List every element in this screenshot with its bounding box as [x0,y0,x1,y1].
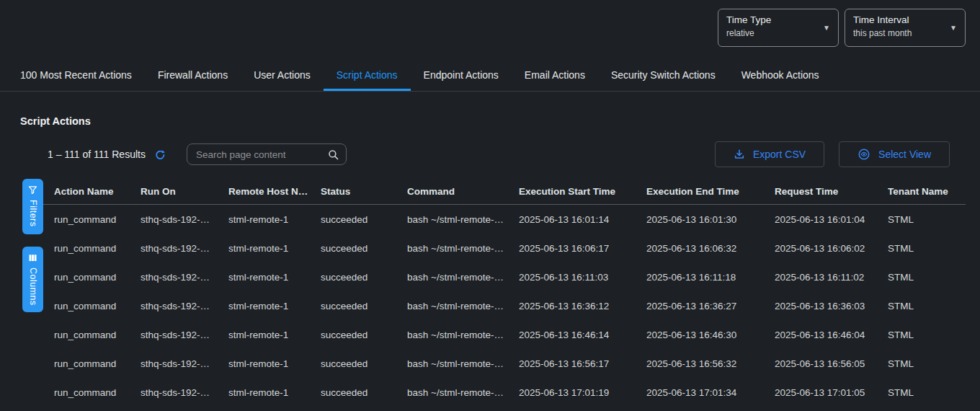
time-type-label: Time Type [726,14,819,25]
table-cell: sthq-sds-192-… [141,387,228,398]
column-header-command[interactable]: Command [407,186,519,197]
column-header-execution-start-time[interactable]: Execution Start Time [519,186,646,197]
table-cell: bash ~/stml-remote-… [407,301,519,311]
table-cell: run_command [54,330,141,340]
table-cell: run_command [54,387,141,398]
column-header-remote-host-n[interactable]: Remote Host N… [228,186,321,197]
table-cell: bash ~/stml-remote-… [407,387,519,398]
time-type-value: relative [726,28,819,38]
results-count: 1 – 111 of 111 Results [48,149,146,160]
eye-icon [858,148,870,161]
page-title: Script Actions [20,115,980,127]
table-cell: 2025-06-13 16:46:04 [775,330,888,340]
table-cell: 2025-06-13 16:06:32 [646,243,775,254]
column-header-tenant-name[interactable]: Tenant Name [888,186,966,197]
table-cell: 2025-06-13 17:01:19 [519,387,646,398]
table-row[interactable]: run_commandsthq-sds-192-…stml-remote-1su… [43,378,966,407]
time-interval-dropdown[interactable]: Time Interval this past month ▼ [845,9,966,47]
table-row[interactable]: run_commandsthq-sds-192-…stml-remote-1su… [43,320,966,349]
table-cell: succeeded [321,301,407,311]
table-cell: STML [888,214,966,225]
table-cell: 2025-06-13 16:36:12 [519,301,646,311]
columns-label: Columns [28,268,38,306]
table-cell: 2025-06-13 16:46:30 [646,330,775,340]
tab-webhook-actions[interactable]: Webhook Actions [729,61,832,91]
table-cell: 2025-06-13 16:06:17 [519,243,646,254]
table-cell: sthq-sds-192-… [141,272,228,283]
topbar: Time Type relative ▼ Time Interval this … [0,0,980,61]
refresh-button[interactable] [154,149,166,161]
table-cell: sthq-sds-192-… [141,243,228,254]
table-cell: 2025-06-13 16:01:30 [646,214,775,225]
table-cell: STML [888,387,966,398]
table-row[interactable]: run_commandsthq-sds-192-…stml-remote-1su… [43,205,966,234]
column-header-execution-end-time[interactable]: Execution End Time [646,186,775,197]
table-cell: run_command [54,272,141,283]
time-type-dropdown[interactable]: Time Type relative ▼ [718,9,839,47]
table-row[interactable]: run_commandsthq-sds-192-…stml-remote-1su… [43,262,966,291]
table-cell: 2025-06-13 16:56:05 [775,358,888,369]
refresh-icon [154,149,166,161]
table-cell: 2025-06-13 16:01:14 [519,214,646,225]
table-cell: succeeded [321,272,407,283]
table-cell: STML [888,301,966,311]
table-cell: STML [888,330,966,340]
table-row[interactable]: run_commandsthq-sds-192-…stml-remote-1su… [43,234,966,262]
table-header-row: Action NameRun OnRemote Host N…StatusCom… [43,179,966,205]
download-icon [734,149,745,160]
side-rail: Filters Columns [0,179,43,407]
columns-button[interactable]: Columns [22,247,43,313]
column-header-run-on[interactable]: Run On [141,186,228,197]
table-cell: 2025-06-13 16:01:04 [775,214,888,225]
table-cell: 2025-06-13 16:11:03 [519,272,646,283]
tab-firewall-actions[interactable]: Firewall Actions [145,61,241,91]
export-csv-button[interactable]: Export CSV [715,141,824,167]
table-cell: 2025-06-13 16:36:27 [646,301,775,311]
table-cell: bash ~/stml-remote-… [407,214,519,225]
column-header-status[interactable]: Status [321,186,407,197]
table-cell: stml-remote-1 [228,330,321,340]
table-cell: run_command [54,358,141,369]
select-view-button[interactable]: Select View [839,141,950,167]
filters-label: Filters [28,200,38,227]
tab-security-switch-actions[interactable]: Security Switch Actions [598,61,729,91]
tab-script-actions[interactable]: Script Actions [324,61,411,91]
tab-user-actions[interactable]: User Actions [241,61,324,91]
table-cell: STML [888,272,966,283]
table-cell: 2025-06-13 16:06:02 [775,243,888,254]
column-header-action-name[interactable]: Action Name [54,186,141,197]
search-icon[interactable] [327,149,339,161]
table-cell: succeeded [321,330,407,340]
tab-endpoint-actions[interactable]: Endpoint Actions [411,61,512,91]
table-area: Filters Columns Action NameRun OnRemote … [0,179,980,407]
table-cell: stml-remote-1 [228,243,321,254]
table-cell: run_command [54,243,141,254]
table-cell: sthq-sds-192-… [141,214,228,225]
tab-100-most-recent-actions[interactable]: 100 Most Recent Actions [7,61,145,91]
filters-button[interactable]: Filters [22,179,43,234]
select-view-label: Select View [878,149,931,160]
table-cell: 2025-06-13 16:11:02 [775,272,888,283]
column-header-request-time[interactable]: Request Time [775,186,888,197]
table-cell: 2025-06-13 16:56:17 [519,358,646,369]
table-cell: stml-remote-1 [228,272,321,283]
search-box [187,143,347,165]
search-input[interactable] [196,149,327,160]
table-row[interactable]: run_commandsthq-sds-192-…stml-remote-1su… [43,349,966,378]
table-cell: succeeded [321,358,407,369]
table-row[interactable]: run_commandsthq-sds-192-…stml-remote-1su… [43,291,966,320]
table-cell: sthq-sds-192-… [141,330,228,340]
table-cell: 2025-06-13 16:46:14 [519,330,646,340]
table-cell: succeeded [321,387,407,398]
table-cell: stml-remote-1 [228,358,321,369]
table-cell: stml-remote-1 [228,301,321,311]
toolbar: 1 – 111 of 111 Results Export CSV [48,141,950,167]
table-cell: stml-remote-1 [228,214,321,225]
chevron-down-icon: ▼ [823,25,830,32]
table-cell: bash ~/stml-remote-… [407,330,519,340]
table-cell: bash ~/stml-remote-… [407,272,519,283]
table-cell: run_command [54,214,141,225]
table-cell: 2025-06-13 16:11:18 [646,272,775,283]
table-cell: bash ~/stml-remote-… [407,358,519,369]
tab-email-actions[interactable]: Email Actions [512,61,598,91]
